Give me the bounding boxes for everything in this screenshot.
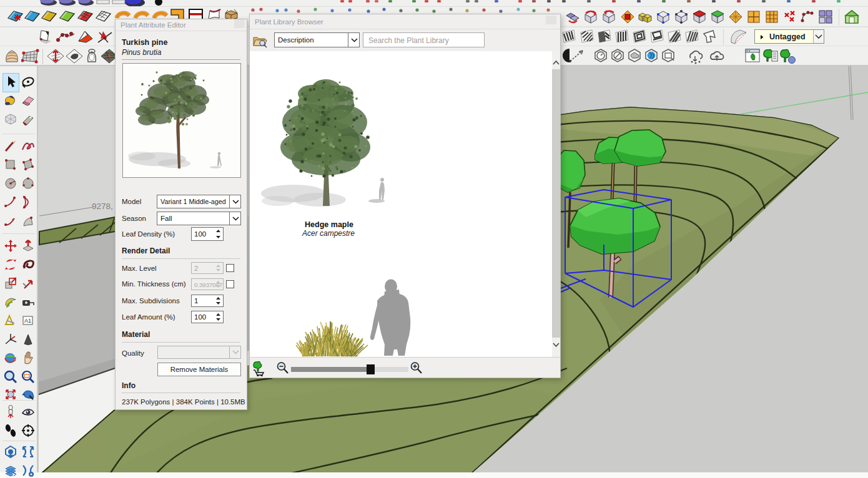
svg-text:Hedge maple: Hedge maple [305, 220, 353, 229]
svg-text:9278,: 9278, [92, 202, 113, 211]
svg-text:Acer campestre: Acer campestre [302, 229, 355, 238]
svg-text:A1: A1 [24, 318, 31, 324]
